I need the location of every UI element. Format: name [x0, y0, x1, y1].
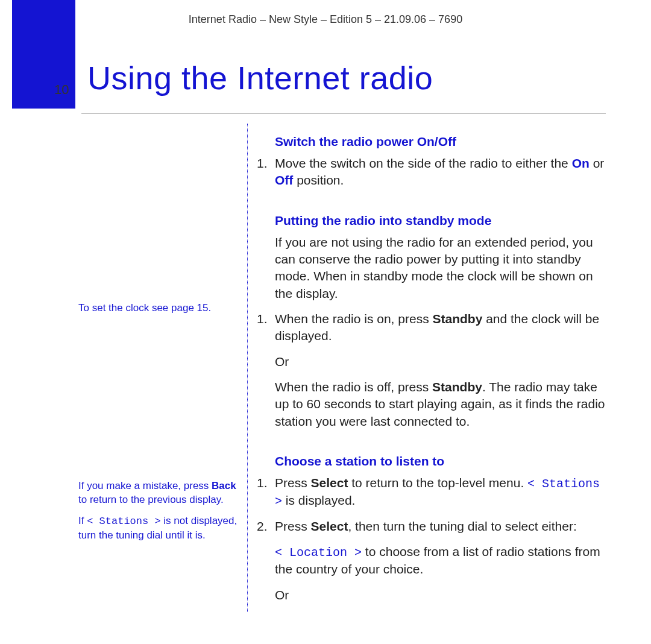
text: to return to the top-level menu. — [348, 476, 527, 490]
step-1: 1. Move the switch on the side of the ra… — [257, 155, 609, 189]
step-number: 1. — [257, 475, 275, 510]
or-text: Or — [275, 353, 609, 370]
step-2-choose: 2. Press Select, then turn the tuning di… — [257, 518, 609, 535]
step-1-choose: 1. Press Select to return to the top-lev… — [257, 475, 609, 510]
bold-off: Off — [275, 173, 293, 187]
text: is displayed. — [282, 493, 355, 507]
or-text: Or — [275, 587, 609, 604]
sidenote-clock: To set the clock see page 15. — [78, 301, 238, 315]
page-number: 10 — [54, 82, 69, 98]
text: If you make a mistake, press — [78, 480, 212, 491]
text: If — [78, 515, 87, 526]
sidenote-back: If you make a mistake, press Back to ret… — [78, 479, 238, 507]
text: , then turn the tuning dial to select ei… — [348, 519, 576, 533]
text: When the radio is on, press — [275, 312, 432, 326]
text: Press — [275, 476, 311, 490]
location-option: < Location > to choose from a list of ra… — [275, 543, 609, 578]
step-number: 1. — [257, 155, 275, 189]
text: or — [590, 156, 605, 170]
heading-power: Switch the radio power On/Off — [275, 134, 609, 149]
column-divider — [247, 124, 248, 612]
heading-choose-station: Choose a station to listen to — [275, 454, 609, 469]
text: Move the switch on the side of the radio… — [275, 156, 572, 170]
manual-page: Internet Radio – New Style – Edition 5 –… — [0, 0, 651, 644]
step-1-standby: 1. When the radio is on, press Standby a… — [257, 311, 609, 345]
text: Press — [275, 519, 311, 533]
standby-intro: If you are not using the radio for an ex… — [275, 234, 609, 302]
heading-standby: Putting the radio into standby mode — [275, 213, 609, 228]
title-rule — [81, 113, 606, 114]
text: position. — [293, 173, 344, 187]
mono-stations: < Stations > — [87, 516, 160, 527]
step-number: 2. — [257, 518, 275, 535]
bold-back: Back — [212, 480, 236, 491]
text: to return to the previous display. — [78, 494, 224, 505]
sidenote-stations: If < Stations > is not displayed, turn t… — [78, 514, 238, 543]
main-content: Switch the radio power On/Off 1. Move th… — [257, 124, 609, 612]
step-number: 1. — [257, 311, 275, 345]
sidebar: To set the clock see page 15. If you mak… — [78, 124, 247, 612]
page-title: Using the Internet radio — [87, 59, 433, 96]
content-columns: To set the clock see page 15. If you mak… — [78, 124, 609, 612]
bold-standby: Standby — [432, 380, 482, 394]
bold-select: Select — [311, 476, 348, 490]
document-meta: Internet Radio – New Style – Edition 5 –… — [0, 0, 651, 26]
bold-standby: Standby — [432, 312, 482, 326]
bold-on: On — [572, 156, 590, 170]
mono-location: < Location > — [275, 546, 362, 560]
text: When the radio is off, press — [275, 380, 432, 394]
standby-continued: When the radio is off, press Standby. Th… — [275, 379, 609, 430]
bold-select: Select — [311, 519, 348, 533]
